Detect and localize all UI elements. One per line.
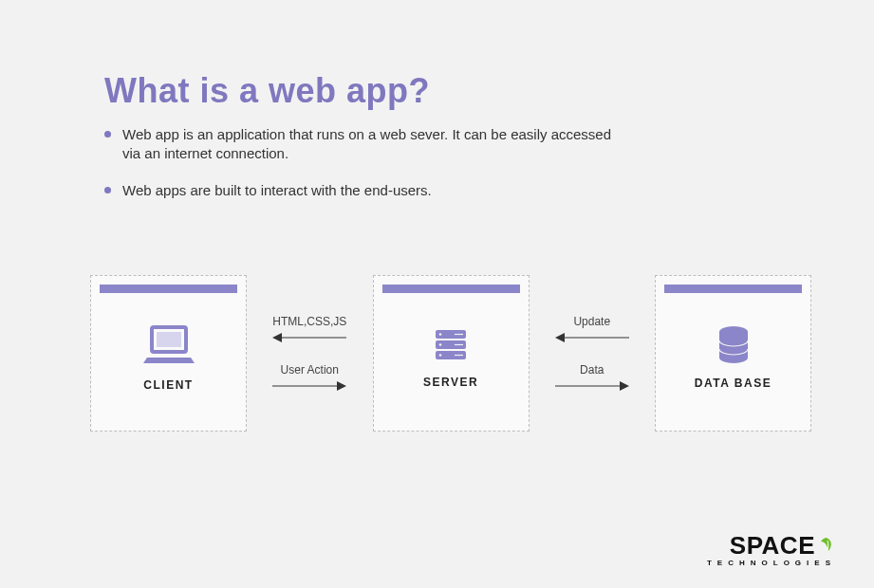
node-accent-bar <box>664 285 802 293</box>
edge-group-server-db: Update Data <box>530 315 656 393</box>
edge-label: User Action <box>281 363 339 377</box>
edge-db-to-server: Update <box>555 315 629 344</box>
bullet-list: Web app is an application that runs on a… <box>104 125 617 217</box>
edge-server-to-client: HTML,CSS,JS <box>272 315 346 344</box>
edge-label: Data <box>580 363 604 377</box>
bullet-dot-icon <box>104 131 111 138</box>
node-server: SERVER <box>373 275 530 432</box>
leaf-icon <box>817 536 836 555</box>
node-label: CLIENT <box>143 378 193 392</box>
node-accent-bar <box>100 285 237 293</box>
brand-name: SPACE <box>730 533 815 558</box>
page-title: What is a web app? <box>104 71 430 111</box>
svg-marker-16 <box>555 333 565 342</box>
arrow-left-icon <box>555 331 629 344</box>
svg-point-9 <box>439 333 442 336</box>
node-label: SERVER <box>423 376 478 389</box>
svg-point-11 <box>439 354 442 357</box>
edge-label: HTML,CSS,JS <box>272 315 346 328</box>
brand-sub: TECHNOLOGIES <box>707 560 836 567</box>
architecture-diagram: CLIENT HTML,CSS,JS User Action <box>90 270 811 436</box>
svg-point-10 <box>439 343 442 346</box>
arrow-left-icon <box>272 331 346 344</box>
bullet-item: Web app is an application that runs on a… <box>104 125 617 164</box>
edge-client-to-server: User Action <box>272 363 346 393</box>
brand-logo: SPACE TECHNOLOGIES <box>707 533 836 567</box>
svg-marker-5 <box>337 381 346 391</box>
edge-server-to-db: Data <box>555 363 629 393</box>
node-database: DATA BASE <box>655 275 811 432</box>
bullet-item: Web apps are built to interact with the … <box>104 181 617 200</box>
svg-marker-3 <box>272 333 282 342</box>
svg-marker-18 <box>620 381 629 391</box>
database-icon <box>716 325 751 365</box>
bullet-dot-icon <box>104 187 111 193</box>
server-icon <box>432 326 470 364</box>
node-label: DATA BASE <box>695 377 772 390</box>
node-accent-bar <box>382 285 520 293</box>
arrow-right-icon <box>555 379 629 393</box>
bullet-text: Web apps are built to interact with the … <box>122 181 432 200</box>
edge-label: Update <box>573 315 610 328</box>
arrow-right-icon <box>272 379 346 393</box>
node-client: CLIENT <box>90 275 247 432</box>
laptop-icon <box>143 323 195 367</box>
edge-group-client-server: HTML,CSS,JS User Action <box>247 315 373 393</box>
svg-rect-1 <box>157 332 181 347</box>
bullet-text: Web app is an application that runs on a… <box>122 125 617 164</box>
